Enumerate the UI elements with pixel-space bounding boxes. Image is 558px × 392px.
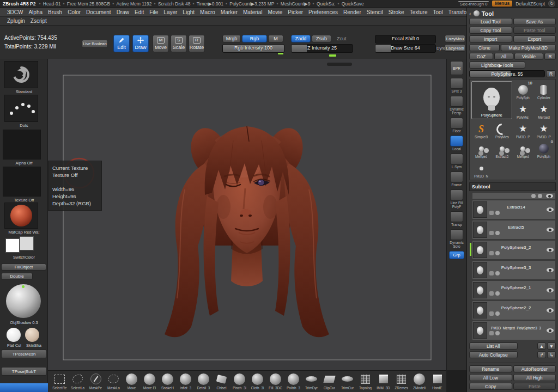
tool-thumbnail-pm3d-p[interactable]: PM3D_P: [534, 120, 554, 139]
brush-cloth-3l[interactable]: Cloth_3l: [248, 372, 266, 390]
current-texture-thumbnail[interactable]: [3, 167, 41, 197]
menu-layer[interactable]: Layer: [161, 9, 180, 15]
draw-size-slider[interactable]: Draw Size 64: [375, 44, 436, 53]
menu-light[interactable]: Light: [180, 9, 197, 15]
menu-marker[interactable]: Marker: [218, 9, 240, 15]
shelf-frame[interactable]: Frame: [450, 171, 463, 187]
flat-color-sphere[interactable]: [7, 328, 21, 342]
brush-zmodeli[interactable]: ZModeli: [410, 372, 428, 390]
menu-stroke[interactable]: Stroke: [386, 9, 407, 15]
default-zscript-label[interactable]: DefaultZScript: [515, 1, 545, 7]
subtool-item-polysphere3-2[interactable]: PolySphere3_2: [472, 240, 556, 260]
frame-icon[interactable]: [450, 171, 463, 182]
shelf-dynamic-persp[interactable]: Dynamic Persp: [447, 96, 466, 115]
current-alpha-thumbnail[interactable]: [3, 130, 41, 160]
menu-zplugin[interactable]: Zplugin: [4, 18, 28, 24]
subtool-append-button[interactable]: ↳: [547, 351, 556, 358]
paste-subtool-button[interactable]: Paste: [513, 383, 556, 390]
line-fill-polyf-icon[interactable]: [450, 189, 463, 200]
shelf-grp[interactable]: Grp: [449, 251, 464, 259]
brush-pinch-3l[interactable]: Pinch_3l: [231, 372, 248, 390]
draw-button[interactable]: Draw: [132, 35, 149, 52]
menu-alpha[interactable]: Alpha: [26, 9, 45, 15]
spix-3-icon[interactable]: [450, 78, 463, 89]
menu-macro[interactable]: Macro: [197, 9, 218, 15]
tool-thumbnail-simpleb[interactable]: SimpleB: [471, 120, 491, 139]
restore-configuration-icon[interactable]: ↻: [548, 0, 555, 7]
clone-button[interactable]: Clone: [469, 44, 500, 51]
shelf-button-grp[interactable]: Grp: [449, 251, 464, 259]
tool-thumbnail-merged[interactable]: Merged: [513, 140, 533, 158]
brush-chisel[interactable]: Chisel: [213, 372, 231, 390]
shelf-spix-3[interactable]: SPix 3: [450, 78, 463, 93]
menu-movie[interactable]: Movie: [265, 9, 286, 15]
tool-thumbnail-polymes[interactable]: PolyMes: [492, 120, 512, 139]
brush-move-el[interactable]: Move El: [141, 372, 159, 390]
visibility-eye-icon[interactable]: [546, 194, 553, 198]
menu-file[interactable]: File: [147, 9, 161, 15]
visibility-eye-icon[interactable]: [547, 248, 554, 252]
menu-document[interactable]: Document: [83, 9, 114, 15]
see-through-slider[interactable]: See-through 0: [458, 1, 489, 6]
copy-tool-button[interactable]: Copy Tool: [469, 27, 512, 34]
tool-thumbnail-polysph[interactable]: 0PolySph: [534, 140, 554, 158]
brush-imm-3d[interactable]: IMM_3D: [374, 372, 392, 390]
collapse-chevron-icon[interactable]: ‹: [469, 10, 471, 17]
brush-harde[interactable]: HardE: [428, 372, 446, 390]
canvas-grip-handle[interactable]: [327, 63, 352, 66]
tool-thumbnail-polyme[interactable]: PolyMe:: [513, 101, 533, 119]
tool-inventory-slider[interactable]: PolySphere. 55: [469, 70, 545, 77]
menu-stencil[interactable]: Stencil: [364, 9, 386, 15]
menu-brush[interactable]: Brush: [45, 9, 65, 15]
inventory-r-button[interactable]: R: [546, 70, 556, 77]
scale-button[interactable]: S Scale: [171, 35, 187, 52]
tpose-subt-button[interactable]: TPose|SubT: [1, 367, 47, 376]
menu-tool[interactable]: Tool: [430, 9, 445, 15]
rgb-button[interactable]: Rgb: [242, 35, 267, 42]
paste-tool-button[interactable]: Paste Tool: [513, 27, 556, 34]
menu-material[interactable]: Material: [240, 9, 265, 15]
list-all-button[interactable]: List All: [469, 342, 518, 350]
lightbox-tools-button[interactable]: Lightbox▶Tools: [469, 62, 525, 69]
visibility-eye-icon[interactable]: [547, 328, 554, 333]
brush-snakeh[interactable]: SnakeH: [159, 372, 177, 390]
z-intensity-slider[interactable]: Z Intensity 25: [291, 44, 353, 53]
tool-thumbnail-polysph[interactable]: 10PolySph: [513, 81, 533, 100]
current-material-thumbnail[interactable]: [4, 203, 38, 229]
rename-button[interactable]: Rename: [469, 365, 512, 372]
tool-thumbnail-merged[interactable]: Merged: [471, 140, 491, 158]
brush-move[interactable]: Move: [123, 372, 141, 390]
tool-thumbnail-merged[interactable]: Merged: [534, 101, 554, 119]
visibility-eye-icon[interactable]: [547, 308, 554, 313]
local-icon[interactable]: [450, 136, 463, 146]
current-stroke-thumbnail[interactable]: [4, 95, 38, 122]
shelf-dynamic-solo[interactable]: Dynamic Solo: [447, 229, 466, 248]
copy-subtool-button[interactable]: Copy: [469, 383, 512, 390]
secondary-color-swatch[interactable]: [20, 236, 34, 250]
subtool-item-polysphere3-3[interactable]: PolySphere3_3: [472, 260, 556, 280]
visibility-eye-icon[interactable]: [547, 207, 554, 212]
tool-thumbnail-pm3d-n[interactable]: PM3D_N: [471, 160, 491, 178]
goz-visible-button[interactable]: Visible: [514, 53, 543, 60]
subtool-down-button[interactable]: ▼: [547, 342, 556, 350]
visibility-eye-icon[interactable]: [547, 288, 554, 292]
zcut-label[interactable]: Zcut: [337, 36, 347, 41]
menu-color[interactable]: Color: [65, 9, 83, 15]
dynamic-persp-icon[interactable]: [450, 96, 463, 107]
rotate-button[interactable]: R Rotate: [189, 35, 205, 52]
save-as-button[interactable]: Save As: [513, 18, 556, 25]
goz-all-button[interactable]: All: [494, 53, 513, 60]
selected-tool-thumbnail[interactable]: PolySphere: [471, 81, 512, 119]
shelf-floor[interactable]: Floor: [450, 118, 463, 133]
brush-polish-3[interactable]: Polish_3: [284, 372, 302, 390]
shelf-bpr[interactable]: BPR: [450, 61, 463, 75]
rgb-intensity-slider[interactable]: Rgb Intensity 100: [222, 44, 284, 53]
l-sym-icon[interactable]: [450, 154, 463, 164]
focal-shift-slider[interactable]: Focal Shift 0: [375, 35, 436, 44]
subtool-item-polysphere2-1[interactable]: PolySphere2_1: [472, 280, 556, 300]
mrgb-button[interactable]: Mrgb: [222, 35, 241, 42]
zadd-button[interactable]: Zadd: [291, 35, 311, 42]
visibility-eye-icon[interactable]: [547, 268, 554, 272]
brush-inflat-3[interactable]: Inflat_3: [177, 372, 195, 390]
visibility-eye-icon[interactable]: [547, 228, 554, 232]
